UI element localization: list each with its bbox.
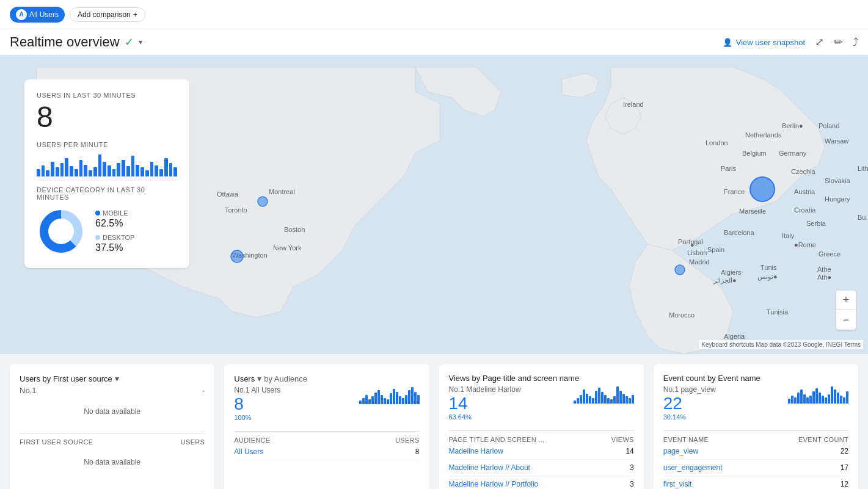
bar — [150, 162, 154, 176]
users-last-30-label: USERS IN LAST 30 MINUTES — [37, 92, 177, 99]
svg-point-9 — [231, 250, 243, 263]
mobile-legend: MOBILE 62.5% — [95, 209, 134, 229]
bar — [131, 156, 135, 176]
page-row-1-value: 3 — [630, 463, 634, 472]
svg-text:Poland: Poland — [819, 122, 839, 129]
bar — [122, 160, 125, 176]
spark-bar — [359, 400, 362, 404]
svg-point-10 — [750, 177, 775, 201]
svg-text:●Rome: ●Rome — [794, 241, 816, 248]
spark-bar — [794, 397, 797, 404]
bar — [164, 158, 168, 176]
spark-bar — [371, 396, 374, 404]
bar — [46, 170, 49, 176]
bar — [56, 167, 59, 176]
pageviews-percent: 63.64% — [449, 413, 521, 421]
page-row-0-value: 14 — [625, 447, 633, 455]
spark-bar — [411, 387, 414, 404]
dropdown-arrow-icon[interactable]: ▾ — [139, 38, 142, 46]
first-user-source-panel: Users by First user source ▾ No.1 - No d… — [10, 364, 214, 489]
bar — [140, 167, 144, 176]
audience-sparkline — [359, 386, 420, 404]
bar — [42, 165, 45, 176]
pageviews-col1: PAGE TITLE AND SCREEN ... — [449, 436, 545, 443]
pageviews-col2: VIEWS — [611, 436, 634, 443]
svg-text:Italy: Italy — [782, 232, 795, 239]
dropdown-icon[interactable]: ▾ — [115, 374, 119, 383]
event-percent: 30.14% — [663, 413, 716, 421]
spark-bar — [815, 388, 818, 404]
audience-title: Users ▾ by Audience — [234, 374, 419, 383]
share-icon[interactable]: ⤴ — [853, 36, 858, 49]
no-data-2: No data available — [20, 446, 205, 479]
all-users-chip[interactable]: A All Users — [10, 7, 65, 23]
edit-icon[interactable]: ✏ — [834, 35, 843, 49]
bar — [93, 167, 97, 176]
zoom-in-button[interactable]: + — [836, 291, 856, 310]
event-row-0-value: 22 — [841, 447, 848, 455]
mobile-percent: 62.5% — [95, 218, 134, 229]
spark-bar — [806, 397, 809, 404]
view-snapshot-button[interactable]: 👤 View user snapshot — [723, 38, 805, 47]
page-title: Realtime overview — [10, 34, 120, 50]
svg-text:Algiers: Algiers — [721, 269, 742, 276]
bar — [79, 160, 83, 176]
spark-bar — [381, 395, 383, 404]
audience-row-all: All Users 8 — [234, 444, 419, 460]
spark-bar — [834, 389, 836, 404]
svg-text:الجزائر●: الجزائر● — [713, 277, 737, 284]
page-row-1-label[interactable]: Madeline Harlow // About — [449, 463, 530, 472]
page-row-2-label[interactable]: Madeline Harlow // Portfolio — [449, 480, 539, 488]
all-users-link[interactable]: All Users — [234, 447, 263, 456]
audience-col2: USERS — [395, 436, 419, 444]
spark-bar — [393, 389, 395, 404]
add-comparison-button[interactable]: Add comparison + — [70, 7, 145, 22]
event-row-0-label[interactable]: page_view — [663, 447, 698, 455]
title-left: Realtime overview ✓ ▾ — [10, 34, 142, 50]
spark-bar — [629, 398, 631, 404]
bar — [173, 167, 177, 176]
page-row-0-label[interactable]: Madeline Harlow — [449, 447, 503, 455]
svg-point-11 — [675, 265, 685, 275]
page-views-panel: Views by Page title and screen name No.1… — [439, 364, 644, 489]
svg-text:Algeria: Algeria — [724, 333, 745, 340]
spark-bar — [828, 394, 830, 404]
spark-bar — [819, 393, 821, 404]
dropdown-icon-audience[interactable]: ▾ — [257, 374, 261, 383]
first-user-source-headers: FIRST USER SOURCE USERS — [20, 433, 205, 446]
event-row-1-label[interactable]: user_engagement — [663, 463, 723, 472]
spark-bar — [365, 395, 368, 404]
spark-bar — [622, 394, 625, 404]
expand-icon[interactable]: ⤢ — [815, 35, 824, 49]
svg-text:Bu...: Bu... — [858, 214, 868, 221]
svg-text:Madrid: Madrid — [689, 258, 710, 266]
bar — [126, 166, 130, 176]
bar — [159, 169, 163, 176]
pageview-row-1: Madeline Harlow // About 3 — [449, 460, 634, 476]
svg-text:Spain: Spain — [707, 246, 724, 253]
users-per-minute-chart — [37, 152, 177, 176]
spark-bar — [837, 393, 839, 404]
event-count: 22 — [663, 394, 716, 413]
zoom-out-button[interactable]: − — [836, 310, 856, 330]
spark-bar — [362, 398, 365, 404]
all-users-value: 8 — [415, 447, 420, 456]
add-comparison-label: Add comparison — [78, 10, 131, 19]
spark-bar — [580, 395, 582, 404]
svg-text:Tunis: Tunis — [760, 264, 777, 271]
bar — [108, 165, 111, 176]
spark-bar — [405, 395, 407, 404]
event-row-2-label[interactable]: first_visit — [663, 480, 692, 488]
svg-text:Paris: Paris — [721, 165, 737, 172]
svg-text:Netherlands: Netherlands — [745, 131, 782, 139]
device-legend: MOBILE 62.5% DESKTOP 37.5% — [95, 209, 134, 253]
svg-text:●: ● — [690, 241, 695, 248]
spark-bar — [390, 393, 392, 404]
spark-bar — [402, 398, 404, 404]
svg-text:Montreal: Montreal — [269, 188, 295, 195]
spark-bar — [625, 396, 628, 404]
spark-bar — [577, 398, 579, 404]
spark-bar — [788, 399, 790, 404]
spark-bar — [592, 398, 594, 404]
bar — [70, 166, 73, 176]
